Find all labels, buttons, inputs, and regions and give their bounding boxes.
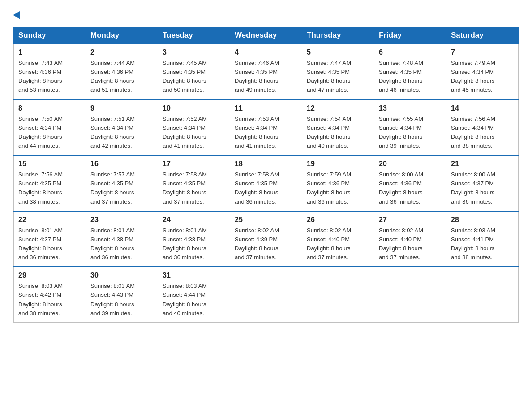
day-cell: 17Sunrise: 7:58 AM Sunset: 4:35 PM Dayli…: [158, 155, 230, 211]
day-number: 1: [18, 47, 81, 58]
day-info: Sunrise: 7:56 AM Sunset: 4:35 PM Dayligh…: [18, 170, 81, 206]
day-info: Sunrise: 8:01 AM Sunset: 4:37 PM Dayligh…: [18, 226, 81, 262]
day-cell: 22Sunrise: 8:01 AM Sunset: 4:37 PM Dayli…: [14, 211, 86, 267]
day-cell: 14Sunrise: 7:56 AM Sunset: 4:34 PM Dayli…: [446, 100, 519, 156]
day-info: Sunrise: 7:57 AM Sunset: 4:35 PM Dayligh…: [90, 170, 153, 206]
day-cell: 27Sunrise: 8:02 AM Sunset: 4:40 PM Dayli…: [374, 211, 446, 267]
day-cell: 5Sunrise: 7:47 AM Sunset: 4:35 PM Daylig…: [302, 44, 374, 100]
day-info: Sunrise: 7:55 AM Sunset: 4:34 PM Dayligh…: [379, 115, 442, 151]
day-number: 12: [307, 103, 369, 114]
day-cell: 4Sunrise: 7:46 AM Sunset: 4:35 PM Daylig…: [230, 44, 302, 100]
day-info: Sunrise: 8:02 AM Sunset: 4:40 PM Dayligh…: [307, 226, 369, 262]
day-number: 24: [163, 214, 225, 225]
day-info: Sunrise: 7:43 AM Sunset: 4:36 PM Dayligh…: [18, 59, 81, 95]
day-info: Sunrise: 7:56 AM Sunset: 4:34 PM Dayligh…: [451, 115, 514, 151]
day-cell: 23Sunrise: 8:01 AM Sunset: 4:38 PM Dayli…: [86, 211, 158, 267]
day-info: Sunrise: 7:50 AM Sunset: 4:34 PM Dayligh…: [18, 115, 81, 151]
day-cell: 25Sunrise: 8:02 AM Sunset: 4:39 PM Dayli…: [230, 211, 302, 267]
weekday-header-friday: Friday: [374, 27, 446, 44]
weekday-header-row: SundayMondayTuesdayWednesdayThursdayFrid…: [14, 27, 519, 44]
day-cell: 31Sunrise: 8:03 AM Sunset: 4:44 PM Dayli…: [158, 267, 230, 322]
day-cell: 30Sunrise: 8:03 AM Sunset: 4:43 PM Dayli…: [86, 267, 158, 322]
day-number: 29: [18, 270, 81, 281]
weekday-header-wednesday: Wednesday: [230, 27, 302, 44]
day-cell: [446, 267, 519, 322]
day-info: Sunrise: 7:52 AM Sunset: 4:34 PM Dayligh…: [163, 115, 225, 151]
day-info: Sunrise: 8:03 AM Sunset: 4:43 PM Dayligh…: [90, 282, 153, 318]
day-cell: 28Sunrise: 8:03 AM Sunset: 4:41 PM Dayli…: [446, 211, 519, 267]
day-number: 19: [307, 158, 369, 169]
week-row-5: 29Sunrise: 8:03 AM Sunset: 4:42 PM Dayli…: [14, 267, 519, 322]
day-number: 8: [18, 103, 81, 114]
day-cell: 15Sunrise: 7:56 AM Sunset: 4:35 PM Dayli…: [14, 155, 86, 211]
day-info: Sunrise: 8:00 AM Sunset: 4:37 PM Dayligh…: [451, 170, 514, 206]
week-row-3: 15Sunrise: 7:56 AM Sunset: 4:35 PM Dayli…: [14, 155, 519, 211]
day-number: 11: [235, 103, 297, 114]
day-number: 14: [451, 103, 514, 114]
day-number: 16: [90, 158, 153, 169]
weekday-header-saturday: Saturday: [446, 27, 519, 44]
day-cell: 26Sunrise: 8:02 AM Sunset: 4:40 PM Dayli…: [302, 211, 374, 267]
day-number: 25: [235, 214, 297, 225]
day-info: Sunrise: 7:46 AM Sunset: 4:35 PM Dayligh…: [235, 59, 297, 95]
day-number: 27: [379, 214, 442, 225]
weekday-header-sunday: Sunday: [14, 27, 86, 44]
day-cell: 11Sunrise: 7:53 AM Sunset: 4:34 PM Dayli…: [230, 100, 302, 156]
day-info: Sunrise: 8:02 AM Sunset: 4:39 PM Dayligh…: [235, 226, 297, 262]
day-info: Sunrise: 8:00 AM Sunset: 4:36 PM Dayligh…: [379, 170, 442, 206]
day-number: 20: [379, 158, 442, 169]
day-number: 2: [90, 47, 153, 58]
day-cell: 8Sunrise: 7:50 AM Sunset: 4:34 PM Daylig…: [14, 100, 86, 156]
day-info: Sunrise: 7:54 AM Sunset: 4:34 PM Dayligh…: [307, 115, 369, 151]
day-info: Sunrise: 7:45 AM Sunset: 4:35 PM Dayligh…: [163, 59, 225, 95]
day-number: 28: [451, 214, 514, 225]
week-row-1: 1Sunrise: 7:43 AM Sunset: 4:36 PM Daylig…: [14, 44, 519, 100]
day-cell: 24Sunrise: 8:01 AM Sunset: 4:38 PM Dayli…: [158, 211, 230, 267]
day-number: 3: [163, 47, 225, 58]
day-cell: 10Sunrise: 7:52 AM Sunset: 4:34 PM Dayli…: [158, 100, 230, 156]
day-info: Sunrise: 8:03 AM Sunset: 4:41 PM Dayligh…: [451, 226, 514, 262]
day-number: 23: [90, 214, 153, 225]
day-cell: 9Sunrise: 7:51 AM Sunset: 4:34 PM Daylig…: [86, 100, 158, 156]
day-number: 7: [451, 47, 514, 58]
day-cell: 13Sunrise: 7:55 AM Sunset: 4:34 PM Dayli…: [374, 100, 446, 156]
day-cell: [374, 267, 446, 322]
day-info: Sunrise: 7:44 AM Sunset: 4:36 PM Dayligh…: [90, 59, 153, 95]
day-number: 30: [90, 270, 153, 281]
day-number: 6: [379, 47, 442, 58]
day-cell: 2Sunrise: 7:44 AM Sunset: 4:36 PM Daylig…: [86, 44, 158, 100]
day-cell: 16Sunrise: 7:57 AM Sunset: 4:35 PM Dayli…: [86, 155, 158, 211]
day-cell: 6Sunrise: 7:48 AM Sunset: 4:35 PM Daylig…: [374, 44, 446, 100]
day-info: Sunrise: 8:02 AM Sunset: 4:40 PM Dayligh…: [379, 226, 442, 262]
day-info: Sunrise: 7:59 AM Sunset: 4:36 PM Dayligh…: [307, 170, 369, 206]
day-number: 10: [163, 103, 225, 114]
day-number: 26: [307, 214, 369, 225]
day-info: Sunrise: 7:47 AM Sunset: 4:35 PM Dayligh…: [307, 59, 369, 95]
day-info: Sunrise: 8:01 AM Sunset: 4:38 PM Dayligh…: [90, 226, 153, 262]
day-info: Sunrise: 8:03 AM Sunset: 4:42 PM Dayligh…: [18, 282, 81, 318]
day-cell: 21Sunrise: 8:00 AM Sunset: 4:37 PM Dayli…: [446, 155, 519, 211]
day-info: Sunrise: 8:03 AM Sunset: 4:44 PM Dayligh…: [163, 282, 225, 318]
day-cell: 18Sunrise: 7:58 AM Sunset: 4:35 PM Dayli…: [230, 155, 302, 211]
weekday-header-tuesday: Tuesday: [158, 27, 230, 44]
day-cell: 1Sunrise: 7:43 AM Sunset: 4:36 PM Daylig…: [14, 44, 86, 100]
day-info: Sunrise: 7:58 AM Sunset: 4:35 PM Dayligh…: [235, 170, 297, 206]
day-cell: 19Sunrise: 7:59 AM Sunset: 4:36 PM Dayli…: [302, 155, 374, 211]
day-number: 21: [451, 158, 514, 169]
day-number: 22: [18, 214, 81, 225]
day-info: Sunrise: 7:49 AM Sunset: 4:34 PM Dayligh…: [451, 59, 514, 95]
day-cell: [302, 267, 374, 322]
day-number: 9: [90, 103, 153, 114]
logo: [13, 9, 22, 20]
day-number: 13: [379, 103, 442, 114]
day-cell: 29Sunrise: 8:03 AM Sunset: 4:42 PM Dayli…: [14, 267, 86, 322]
week-row-4: 22Sunrise: 8:01 AM Sunset: 4:37 PM Dayli…: [14, 211, 519, 267]
logo-triangle-icon: [13, 11, 24, 21]
calendar-table: SundayMondayTuesdayWednesdayThursdayFrid…: [13, 27, 519, 323]
day-info: Sunrise: 7:58 AM Sunset: 4:35 PM Dayligh…: [163, 170, 225, 206]
day-cell: 3Sunrise: 7:45 AM Sunset: 4:35 PM Daylig…: [158, 44, 230, 100]
weekday-header-monday: Monday: [86, 27, 158, 44]
weekday-header-thursday: Thursday: [302, 27, 374, 44]
day-cell: 12Sunrise: 7:54 AM Sunset: 4:34 PM Dayli…: [302, 100, 374, 156]
day-number: 18: [235, 158, 297, 169]
